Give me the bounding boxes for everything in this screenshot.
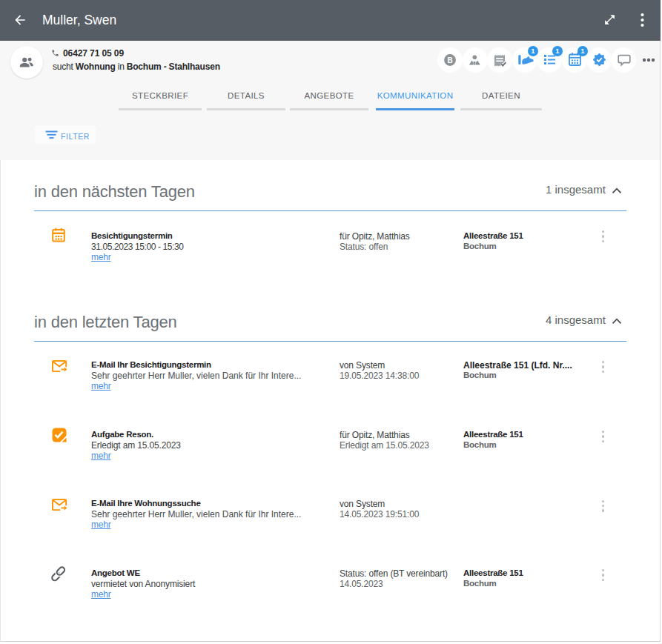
svg-text:B: B — [447, 56, 452, 64]
